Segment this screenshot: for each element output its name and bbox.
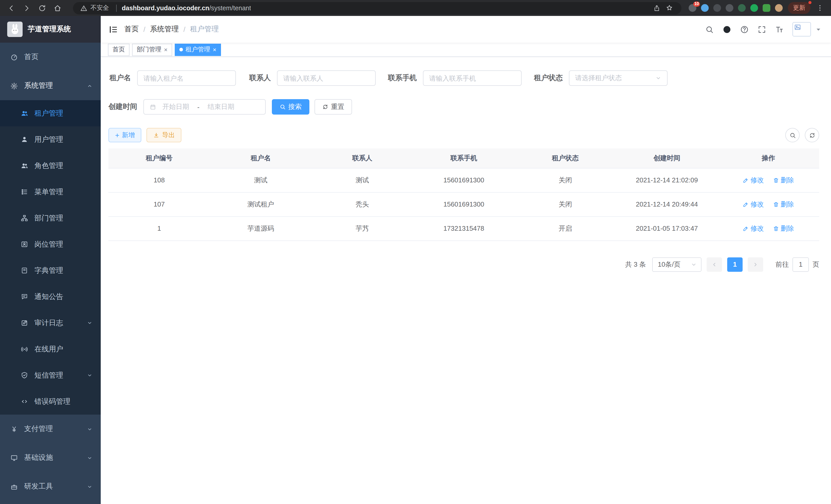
extension-icon[interactable]	[738, 4, 746, 12]
sidebar-item-label: 在线用户	[34, 345, 63, 354]
tag-tenant-active[interactable]: 租户管理 ×	[175, 43, 221, 56]
browser-forward-icon[interactable]	[21, 2, 33, 14]
col-created: 创建时间	[616, 148, 718, 168]
sidebar-item-notice[interactable]: 通知公告	[0, 284, 101, 310]
font-size-icon[interactable]	[775, 25, 784, 34]
tag-home[interactable]: 首页	[108, 43, 130, 56]
sidebar-item-post[interactable]: 岗位管理	[0, 231, 101, 258]
tag-dept[interactable]: 部门管理 ×	[132, 43, 172, 56]
github-icon[interactable]	[722, 25, 731, 34]
sidebar-item-dict[interactable]: 字典管理	[0, 258, 101, 284]
bookmark-star-icon[interactable]	[663, 2, 675, 14]
date-range-separator: -	[195, 103, 201, 111]
browser-reload-icon[interactable]	[36, 2, 48, 14]
sidebar-item-dev-tools[interactable]: 研发工具	[0, 472, 101, 501]
delete-link[interactable]: 删除	[773, 175, 794, 185]
gear-icon	[10, 82, 18, 90]
sidebar-item-role[interactable]: 角色管理	[0, 153, 101, 179]
security-warning-icon[interactable]	[79, 2, 88, 14]
sidebar-item-tenant[interactable]: 租户管理	[0, 100, 101, 126]
tenant-name-input[interactable]	[143, 74, 230, 82]
sidebar-item-infrastructure[interactable]: 基础设施	[0, 443, 101, 472]
export-button[interactable]: 导出	[146, 128, 181, 142]
share-icon[interactable]	[651, 2, 663, 14]
url-text[interactable]: dashboard.yudao.iocoder.cn/system/tenant	[122, 4, 251, 11]
close-icon[interactable]: ×	[164, 47, 168, 53]
table-row: 108 测试 测试 15601691300 关闭 2021-12-14 21:0…	[109, 168, 819, 192]
reset-button[interactable]: 重置	[315, 99, 352, 115]
chevron-right-icon	[752, 261, 758, 267]
address-divider	[116, 4, 117, 11]
delete-link[interactable]: 删除	[773, 224, 794, 233]
next-page-button[interactable]	[748, 257, 763, 271]
close-icon[interactable]: ×	[213, 47, 217, 53]
browser-home-icon[interactable]	[51, 2, 64, 14]
plus-icon: +	[115, 131, 119, 139]
tag-label: 租户管理	[185, 45, 210, 54]
download-icon	[153, 132, 159, 138]
extension-icon[interactable]	[701, 4, 709, 12]
date-range-picker[interactable]: 开始日期 - 结束日期	[143, 99, 266, 115]
chrome-update-button[interactable]: 更新	[788, 2, 810, 14]
sidebar-item-sms[interactable]: 短信管理	[0, 362, 101, 388]
page-size-select[interactable]: 10条/页	[652, 257, 701, 271]
browser-menu-kebab-icon[interactable]	[813, 2, 826, 14]
extension-icon[interactable]	[713, 4, 721, 12]
cell-contact: 芋艿	[311, 216, 413, 240]
cell-actions: 修改 删除	[718, 168, 819, 192]
sidebar-item-audit-log[interactable]: 审计日志	[0, 310, 101, 336]
cell-actions: 修改 删除	[718, 216, 819, 240]
cell-created: 2021-01-05 17:03:47	[616, 216, 718, 240]
chevron-up-icon	[87, 83, 92, 89]
sidebar-item-user[interactable]: 用户管理	[0, 126, 101, 153]
extension-icon[interactable]	[763, 4, 770, 12]
header-actions	[705, 22, 831, 36]
sidebar-toggle-icon[interactable]	[109, 24, 118, 34]
sidebar-item-payment[interactable]: 支付管理	[0, 415, 101, 443]
sidebar-item-online-user[interactable]: 在线用户	[0, 336, 101, 362]
chevron-down-icon	[655, 75, 661, 81]
breadcrumb-system[interactable]: 系统管理	[150, 25, 179, 34]
page-number-current[interactable]: 1	[727, 257, 743, 271]
sidebar-item-home[interactable]: 首页	[0, 42, 101, 71]
edit-link[interactable]: 修改	[743, 175, 764, 185]
breadcrumb-home[interactable]: 首页	[124, 25, 139, 34]
search-button[interactable]: 搜索	[272, 99, 309, 115]
sidebar-item-error-code[interactable]: 错误码管理	[0, 388, 101, 415]
pagination-total: 共 3 条	[625, 260, 646, 269]
cell-id: 1	[109, 216, 210, 240]
address-bar[interactable]: 不安全 dashboard.yudao.iocoder.cn/system/te…	[73, 2, 682, 14]
main-content: 租户名 联系人 联系手机 租户状态 请选择租户状态 创建时间	[101, 57, 831, 504]
phone-input[interactable]	[429, 74, 515, 82]
delete-link[interactable]: 删除	[773, 200, 794, 209]
trash-icon	[773, 177, 779, 183]
add-button[interactable]: + 新增	[109, 128, 141, 142]
edit-link[interactable]: 修改	[743, 224, 764, 233]
docs-question-icon[interactable]	[740, 25, 749, 34]
chevron-down-icon	[87, 484, 92, 490]
extension-icon[interactable]	[726, 4, 733, 12]
browser-nav-buttons	[5, 2, 64, 14]
goto-page-input[interactable]	[793, 257, 809, 271]
refresh-table-button[interactable]	[805, 128, 819, 142]
sidebar-item-menu[interactable]: 菜单管理	[0, 179, 101, 205]
extension-icon[interactable]	[750, 4, 758, 12]
sidebar-item-label: 错误码管理	[34, 397, 70, 406]
status-select[interactable]: 请选择租户状态	[569, 70, 667, 86]
sidebar-item-dept[interactable]: 部门管理	[0, 205, 101, 231]
fullscreen-icon[interactable]	[757, 25, 766, 34]
app-logo[interactable]: 芋道管理系统	[0, 16, 101, 42]
extension-icon[interactable]: 10	[689, 4, 696, 12]
user-avatar-menu[interactable]	[793, 22, 823, 36]
contact-input[interactable]	[283, 74, 370, 82]
toggle-search-button[interactable]	[785, 128, 800, 142]
page-unit-label: 页	[812, 260, 819, 269]
sidebar-item-system[interactable]: 系统管理	[0, 71, 101, 100]
extension-icon[interactable]	[775, 4, 783, 12]
col-tenant-id: 租户编号	[109, 148, 210, 168]
edit-link[interactable]: 修改	[743, 200, 764, 209]
prev-page-button[interactable]	[707, 257, 722, 271]
sidebar-item-label: 通知公告	[34, 292, 63, 301]
header-search-icon[interactable]	[705, 25, 714, 34]
browser-back-icon[interactable]	[5, 2, 18, 14]
